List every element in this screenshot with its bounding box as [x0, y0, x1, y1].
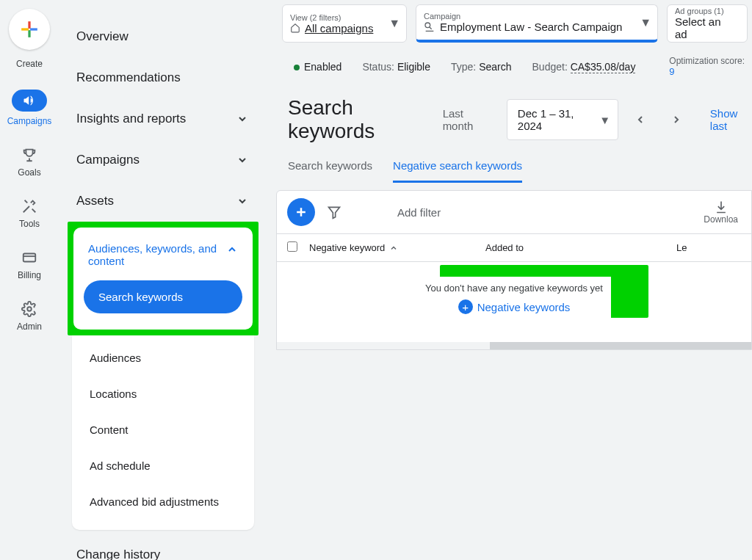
plus-multicolor-icon	[20, 20, 39, 39]
show-last-link[interactable]: Show last	[710, 107, 752, 132]
nav-assets-label: Assets	[76, 194, 114, 208]
add-button[interactable]	[287, 198, 315, 226]
funnel-icon	[327, 205, 341, 219]
date-prev-button[interactable]	[634, 114, 654, 126]
rail-goals-label: Goals	[18, 167, 40, 178]
column-added-to[interactable]: Added to	[485, 242, 676, 253]
status-eligibility: Status: Eligible	[362, 61, 430, 73]
filter-button[interactable]	[327, 205, 341, 219]
view-selector[interactable]: View (2 filters) All campaigns ▼	[282, 4, 407, 43]
chevron-up-icon	[226, 242, 238, 257]
nav-overview[interactable]: Overview	[65, 16, 261, 57]
tab-search-keywords[interactable]: Search keywords	[288, 159, 372, 183]
card-icon	[21, 250, 37, 266]
svg-marker-7	[329, 207, 340, 218]
nav-campaigns[interactable]: Campaigns	[65, 139, 261, 181]
tutorial-highlight-nav: Audiences, keywords, and content Search …	[68, 222, 258, 335]
nav-content[interactable]: Content	[72, 412, 254, 448]
nav-advanced-bid[interactable]: Advanced bid adjustments	[72, 484, 254, 520]
plus-circle-icon: +	[458, 299, 473, 314]
date-range-picker[interactable]: Dec 1 – 31, 2024 ▼	[507, 99, 618, 140]
nav-change-history-label: Change history	[76, 548, 160, 560]
horizontal-scrollbar[interactable]	[277, 342, 751, 349]
optimization-score: Optimization score: 9	[669, 56, 752, 77]
add-negative-keywords-label: Negative keywords	[477, 301, 571, 313]
view-selector-value: All campaigns	[305, 22, 373, 34]
tab-negative-keywords[interactable]: Negative search keywords	[393, 159, 522, 183]
rail-billing-label: Billing	[18, 270, 41, 280]
adgroup-selector-value: Select an ad	[675, 15, 726, 40]
nav-campaigns-label: Campaigns	[76, 153, 140, 167]
svg-rect-3	[30, 28, 37, 30]
plus-icon	[294, 205, 308, 219]
svg-rect-1	[28, 30, 30, 37]
megaphone-icon	[21, 92, 37, 109]
rail-campaigns[interactable]: Campaigns	[7, 90, 52, 126]
nav-overview-label: Overview	[76, 29, 129, 44]
rail-billing[interactable]: Billing	[18, 250, 41, 280]
empty-state-text: You don't have any negative keywords yet	[417, 283, 611, 294]
chevron-down-icon	[235, 153, 250, 167]
nav-assets[interactable]: Assets	[65, 181, 261, 222]
scrollbar-thumb[interactable]	[490, 342, 751, 349]
nav-locations[interactable]: Locations	[72, 376, 254, 412]
nav-ad-schedule[interactable]: Ad schedule	[72, 448, 254, 484]
page-title: Search keywords	[288, 96, 427, 143]
column-level[interactable]: Le	[676, 242, 741, 253]
status-type: Type: Search	[451, 61, 512, 73]
nav-audiences[interactable]: Audiences	[72, 340, 254, 376]
create-label: Create	[16, 59, 43, 69]
nav-change-history[interactable]: Change history	[65, 530, 261, 560]
nav-recommendations[interactable]: Recommendations	[65, 57, 261, 98]
home-icon	[290, 23, 300, 33]
nav-advanced-bid-label: Advanced bid adjustments	[90, 495, 219, 508]
rail-campaigns-label: Campaigns	[7, 116, 52, 126]
trophy-icon	[21, 147, 37, 163]
svg-point-6	[425, 23, 430, 28]
caret-down-icon: ▼	[640, 16, 651, 29]
nav-recommendations-label: Recommendations	[76, 70, 181, 85]
date-range-value: Dec 1 – 31, 2024	[518, 107, 574, 132]
rail-goals[interactable]: Goals	[18, 147, 40, 178]
nav-audiences-label: Audiences	[90, 352, 141, 364]
nav-ad-schedule-label: Ad schedule	[90, 459, 151, 472]
nav-audiences-keywords-content[interactable]: Audiences, keywords, and content	[79, 235, 247, 274]
adgroup-selector-label: Ad groups (1)	[675, 7, 726, 15]
date-preset-label: Last month	[443, 107, 491, 132]
svg-rect-0	[28, 21, 30, 29]
campaign-selector[interactable]: Campaign Employment Law - Search Campaig…	[416, 4, 658, 43]
nav-insights[interactable]: Insights and reports	[65, 98, 261, 139]
adgroup-selector[interactable]: Ad groups (1) Select an ad	[667, 4, 748, 43]
status-enabled: Enabled	[294, 61, 341, 73]
search-list-icon	[424, 21, 435, 33]
date-next-button[interactable]	[670, 114, 690, 126]
gear-icon	[21, 301, 37, 317]
campaign-selector-value: Employment Law - Search Campaign	[440, 21, 622, 33]
nav-content-label: Content	[90, 423, 129, 436]
view-selector-label: View (2 filters)	[290, 13, 386, 22]
svg-rect-4	[24, 254, 36, 262]
download-button[interactable]: Downloa	[704, 200, 741, 225]
rail-admin-label: Admin	[17, 321, 42, 332]
rail-tools-label: Tools	[19, 219, 40, 229]
svg-point-5	[27, 307, 32, 311]
svg-rect-2	[21, 28, 29, 30]
add-filter-input[interactable]: Add filter	[397, 206, 441, 219]
status-budget[interactable]: Budget: CA$35.08/day	[532, 61, 636, 73]
nav-locations-label: Locations	[90, 388, 137, 400]
add-negative-keywords-link[interactable]: + Negative keywords	[458, 299, 571, 314]
chevron-down-icon	[235, 112, 250, 126]
campaign-selector-label: Campaign	[424, 12, 637, 21]
nav-search-keywords[interactable]: Search keywords	[84, 280, 242, 313]
nav-insights-label: Insights and reports	[76, 112, 186, 126]
download-icon	[714, 200, 728, 214]
nav-search-keywords-label: Search keywords	[98, 291, 183, 303]
rail-admin[interactable]: Admin	[17, 301, 42, 332]
download-label: Downloa	[704, 214, 738, 225]
select-all-checkbox[interactable]	[287, 241, 297, 252]
column-negative-keyword[interactable]: Negative keyword	[309, 242, 485, 253]
nav-akc-label: Audiences, keywords, and content	[88, 242, 226, 267]
create-button[interactable]	[9, 9, 50, 50]
rail-tools[interactable]: Tools	[19, 198, 40, 229]
tools-icon	[21, 198, 37, 214]
